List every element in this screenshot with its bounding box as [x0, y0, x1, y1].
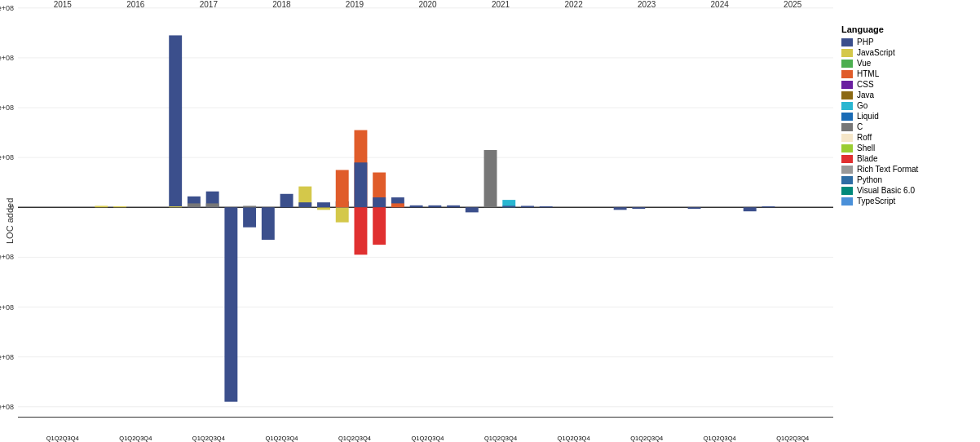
- quarter-label: Q1Q2Q3Q4: [318, 435, 391, 442]
- legend-item: Python: [841, 175, 972, 184]
- year-label: 2022: [537, 0, 611, 18]
- legend-item-label: Liquid: [857, 112, 879, 121]
- legend-color-box: [841, 123, 853, 131]
- legend-item-label: Shell: [857, 144, 875, 152]
- legend-item-label: Blade: [857, 154, 878, 163]
- quarter-label: Q1Q2Q3Q4: [99, 435, 173, 442]
- y-tick-label: -1e+08: [0, 253, 14, 261]
- legend-item: TypeScript: [841, 197, 972, 206]
- bar: [262, 207, 275, 240]
- legend-color-box: [841, 81, 853, 89]
- legend-item-label: CSS: [857, 80, 874, 89]
- bar: [224, 207, 237, 401]
- bar: [336, 207, 349, 222]
- bar: [744, 207, 757, 211]
- bar: [521, 206, 534, 207]
- y-tick-label: 1e+08: [0, 153, 14, 161]
- bar: [169, 206, 182, 207]
- year-label: 2024: [683, 0, 757, 18]
- quarter-label: Q1Q2Q3Q4: [464, 435, 537, 442]
- legend-color-box: [841, 166, 853, 174]
- legend-item: PHP: [841, 38, 972, 46]
- bar: [298, 202, 311, 207]
- legend-item: HTML: [841, 69, 972, 78]
- legend: Language PHPJavaScriptVueHTMLCSSJavaGoLi…: [833, 18, 980, 418]
- legend-item-label: Go: [857, 101, 867, 110]
- plot-and-legend: 4e+083e+082e+081e+080-1e+08-2e+08-3e+08-…: [18, 18, 980, 418]
- y-tick-label: 0: [10, 203, 14, 211]
- bar: [410, 206, 423, 207]
- year-label: 2020: [391, 0, 465, 18]
- bar: [243, 207, 256, 227]
- bar: [391, 203, 404, 207]
- quarter-label: Q1Q2Q3Q4: [26, 435, 99, 442]
- legend-item-label: Python: [857, 175, 882, 184]
- legend-item: CSS: [841, 80, 972, 89]
- bar: [206, 203, 219, 207]
- year-label: 2025: [756, 0, 829, 18]
- bar: [317, 202, 330, 207]
- legend-item: JavaScript: [841, 48, 972, 57]
- legend-color-box: [841, 134, 853, 142]
- y-tick-label: -2e+08: [0, 303, 14, 312]
- bar: [373, 197, 386, 207]
- quarter-label: Q1Q2Q3Q4: [683, 435, 757, 442]
- main-content: 2015201620172018201920202021202220232024…: [18, 0, 980, 442]
- bar: [355, 162, 368, 207]
- legend-item-label: HTML: [857, 69, 879, 78]
- quarter-label: Q1Q2Q3Q4: [756, 435, 829, 442]
- legend-color-box: [841, 113, 853, 121]
- year-labels: 2015201620172018201920202021202220232024…: [18, 0, 980, 18]
- year-label: 2016: [99, 0, 173, 18]
- bar: [336, 170, 349, 207]
- legend-color-box: [841, 197, 853, 206]
- legend-item-label: PHP: [857, 38, 874, 46]
- quarter-labels: Q1Q2Q3Q4Q1Q2Q3Q4Q1Q2Q3Q4Q1Q2Q3Q4Q1Q2Q3Q4…: [18, 418, 980, 442]
- legend-item: Shell: [841, 144, 972, 152]
- legend-item-label: JavaScript: [857, 48, 895, 57]
- bar: [762, 206, 775, 207]
- year-label: 2018: [245, 0, 319, 18]
- legend-item-label: Roff: [857, 133, 872, 142]
- chart-svg: 4e+083e+082e+081e+080-1e+08-2e+08-3e+08-…: [18, 18, 833, 417]
- bar: [428, 206, 441, 207]
- bar: [373, 207, 386, 245]
- legend-item-label: Java: [857, 91, 874, 99]
- bar: [188, 203, 201, 207]
- legend-color-box: [841, 60, 853, 68]
- bar: [280, 194, 294, 208]
- legend-item: Java: [841, 91, 972, 99]
- chart-area: LOC added 201520162017201820192020202120…: [0, 0, 980, 442]
- bar: [169, 35, 182, 207]
- bar: [355, 207, 368, 254]
- legend-item: Rich Text Format: [841, 165, 972, 174]
- bar: [447, 206, 460, 207]
- legend-color-box: [841, 155, 853, 163]
- quarter-label: Q1Q2Q3Q4: [610, 435, 683, 442]
- year-label: 2019: [318, 0, 391, 18]
- bar: [540, 206, 553, 207]
- legend-item: Liquid: [841, 112, 972, 121]
- legend-color-box: [841, 187, 853, 195]
- y-tick-label: 2e+08: [0, 104, 14, 112]
- bar: [95, 206, 108, 207]
- legend-item-label: Visual Basic 6.0: [857, 186, 915, 195]
- legend-item-label: Vue: [857, 59, 871, 68]
- bar: [502, 206, 515, 207]
- legend-item: Roff: [841, 133, 972, 142]
- year-label: 2023: [610, 0, 683, 18]
- legend-color-box: [841, 176, 853, 184]
- y-tick-label: -4e+08: [0, 403, 14, 411]
- quarter-label: Q1Q2Q3Q4: [391, 435, 465, 442]
- bar: [688, 207, 701, 209]
- year-label: 2015: [26, 0, 99, 18]
- legend-item: Blade: [841, 154, 972, 163]
- bar: [614, 207, 627, 210]
- bar: [317, 207, 330, 210]
- legend-color-box: [841, 91, 853, 99]
- quarter-label: Q1Q2Q3Q4: [172, 435, 245, 442]
- year-label: 2017: [172, 0, 245, 18]
- legend-color-box: [841, 38, 853, 46]
- plot-area: 4e+083e+082e+081e+080-1e+08-2e+08-3e+08-…: [18, 18, 833, 418]
- legend-color-box: [841, 49, 853, 57]
